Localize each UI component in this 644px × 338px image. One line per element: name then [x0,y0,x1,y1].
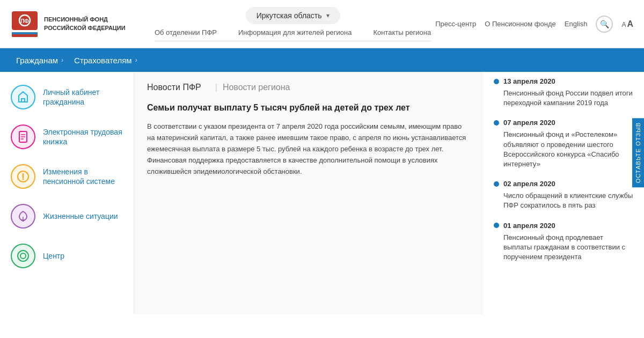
news-dot-2 [494,181,499,187]
region-nav-contacts[interactable]: Контакты региона [373,28,431,36]
svg-point-14 [23,179,24,180]
nav-item-insurers[interactable]: Страхователям › [69,56,143,65]
nav-insurers-label: Страхователям [74,56,132,65]
english-link[interactable]: English [565,20,588,28]
sidebar-item-pension-changes[interactable]: Изменения в пенсионной системе [0,157,134,196]
life-situations-icon [11,204,35,229]
news-text-3: Пенсионный фонд продлевает выплаты гражд… [494,233,633,262]
sidebar-item-workbook[interactable]: Электронная трудовая книжка [0,117,134,157]
logo-text: ПЕНСИОННЫЙ ФОНД РОССИЙСКОЙ ФЕДЕРАЦИИ [44,16,126,32]
top-nav-links: Пресс-центр О Пенсионном фонде English 🔍… [435,16,633,33]
search-icon: 🔍 [600,20,609,28]
sidebar-item-personal-cabinet[interactable]: Личный кабинет гражданина [0,77,134,117]
font-small-icon: A [621,21,626,28]
sidebar-item-life-situations[interactable]: Жизненные ситуации [0,196,134,236]
nav-item-citizens[interactable]: Гражданам › [11,56,69,65]
news-item-3[interactable]: 01 апреля 2020 Пенсионный фонд продлевае… [494,222,633,262]
news-item-2[interactable]: 02 апреля 2020 Число обращений в клиентс… [494,180,633,210]
font-size-button[interactable]: A A [621,19,633,29]
news-section: Новости ПФР | Новости региона Семьи полу… [134,72,483,314]
sidebar-item-center[interactable]: Центр [0,236,134,276]
news-tab-main[interactable]: Новости ПФР [147,83,210,92]
region-nav-about[interactable]: Об отделении ПФР [155,28,217,36]
region-nav: Об отделении ПФР Информация для жителей … [155,24,431,41]
center-label: Центр [43,251,64,261]
news-dot-0 [494,79,499,84]
svg-rect-7 [21,99,25,102]
news-item-0[interactable]: 13 апреля 2020 Пенсионный фонд России по… [494,77,633,108]
news-date-1: 07 апреля 2020 [494,119,633,127]
news-dot-3 [494,223,499,228]
about-link[interactable]: О Пенсионном фонде [485,20,556,28]
chevron-down-icon: ▾ [326,12,330,19]
center-icon [11,244,35,268]
svg-point-17 [18,251,28,261]
news-tabs: Новости ПФР | Новости региона [147,83,470,92]
feedback-tab[interactable]: ОСТАВЬТЕ ОТЗЫВ [632,118,644,187]
workbook-icon [11,124,35,149]
logo-area: ПФ ПЕНСИОННЫЙ ФОНД РОССИЙСКОЙ ФЕДЕРАЦИИ [11,10,150,38]
press-center-link[interactable]: Пресс-центр [435,20,476,28]
svg-rect-4 [12,30,38,32]
news-text-0: Пенсионный фонд России подвел итоги пере… [494,89,633,108]
svg-point-18 [20,253,26,259]
pension-changes-icon [11,164,35,189]
region-label: Иркутская область [257,11,322,20]
news-date-2: 02 апреля 2020 [494,180,633,188]
right-sidebar: 13 апреля 2020 Пенсионный фонд России по… [483,72,644,314]
pfr-logo-icon: ПФ [11,10,39,38]
svg-rect-6 [12,34,38,37]
tab-divider: | [210,83,223,92]
news-text-2: Число обращений в клиентские службы ПФР … [494,191,633,210]
nav-citizens-label: Гражданам [16,56,58,65]
news-date-0: 13 апреля 2020 [494,77,633,85]
news-headline: Семьи получат выплату 5 тысяч рублей на … [147,102,470,114]
svg-rect-5 [12,32,38,34]
nav-insurers-chevron: › [135,56,137,64]
header: ПФ ПЕНСИОННЫЙ ФОНД РОССИЙСКОЙ ФЕДЕРАЦИИ … [0,0,644,48]
font-large-icon: A [627,19,633,29]
news-item-1[interactable]: 07 апреля 2020 Пенсионный фонд и «Ростел… [494,119,633,169]
news-body: В соответствии с указом президента от 7 … [147,121,470,177]
news-date-3: 01 апреля 2020 [494,222,633,230]
news-text-1: Пенсионный фонд и «Ростелеком» объявляют… [494,130,633,169]
pension-changes-label: Изменения в пенсионной системе [43,167,123,186]
personal-cabinet-label: Личный кабинет гражданина [43,87,123,107]
personal-cabinet-icon [11,85,35,109]
news-dot-1 [494,120,499,126]
workbook-label: Электронная трудовая книжка [43,127,123,146]
region-nav-info[interactable]: Информация для жителей региона [238,28,352,36]
search-button[interactable]: 🔍 [596,16,613,33]
main-content: Личный кабинет гражданина Электронная тр… [0,72,644,314]
main-nav-bar: Гражданам › Страхователям › [0,48,644,72]
news-tab-regional[interactable]: Новости региона [223,83,290,92]
life-situations-label: Жизненные ситуации [43,211,118,221]
left-sidebar: Личный кабинет гражданина Электронная тр… [0,72,134,314]
nav-citizens-chevron: › [61,56,63,64]
region-selector[interactable]: Иркутская область ▾ [246,7,340,24]
svg-text:ПФ: ПФ [20,18,29,24]
